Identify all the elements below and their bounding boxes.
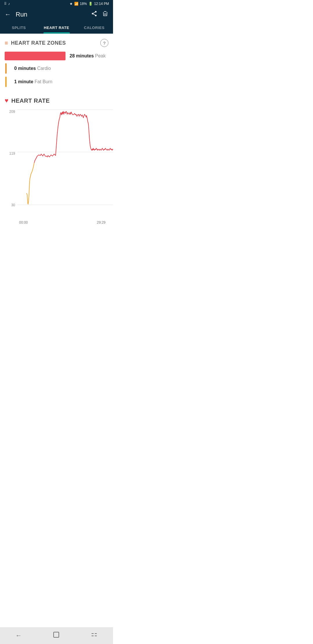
time-display: 12:14 PM	[94, 2, 109, 6]
chart-line-fatburn	[27, 163, 34, 204]
back-button[interactable]: ←	[5, 11, 11, 18]
cardio-label: 0 minutes Cardio	[14, 66, 51, 71]
y-label-top: 209	[5, 110, 15, 114]
status-left-icons: ⠿ ♪	[4, 2, 10, 6]
tab-calories[interactable]: CALORIES	[75, 21, 113, 33]
peak-minutes: 28 minutes	[70, 53, 94, 58]
svg-point-2	[95, 15, 97, 16]
delete-button[interactable]	[102, 10, 108, 19]
status-right-icons: ★ 📶 18% 🔋 12:14 PM	[70, 2, 109, 6]
help-button[interactable]: ?	[100, 39, 108, 47]
heart-rate-zones-section: ≡ HEART RATE ZONES ? 28 minutes Peak 0 m…	[0, 34, 113, 93]
x-label-start: 00:00	[19, 220, 28, 225]
section-title: HEART RATE ZONES	[11, 40, 66, 46]
battery-icon: 🔋	[88, 2, 93, 6]
y-label-mid: 119	[5, 151, 15, 155]
battery-text: 18%	[80, 2, 87, 6]
chart-wrapper: 209 119 30	[5, 109, 108, 219]
bluetooth-icon: ★	[70, 2, 73, 6]
peak-label: 28 minutes Peak	[70, 53, 106, 59]
zone-fatburn-row: 1 minute Fat Burn	[5, 77, 108, 87]
tab-heart-rate[interactable]: HEART RATE	[38, 21, 75, 33]
heart-icon: ♥	[5, 97, 8, 104]
cardio-minutes: 0 minutes	[14, 66, 36, 71]
status-bar: ⠿ ♪ ★ 📶 18% 🔋 12:14 PM	[0, 0, 113, 8]
x-axis-labels: 00:00 29:29	[5, 219, 108, 226]
svg-line-3	[93, 14, 95, 15]
section-title-group: ≡ HEART RATE ZONES	[5, 40, 66, 46]
fatburn-minutes: 1 minute	[14, 79, 33, 84]
section-header: ≡ HEART RATE ZONES ?	[5, 39, 108, 47]
zone-peak-row: 28 minutes Peak	[5, 52, 108, 60]
peak-bar	[5, 52, 65, 60]
cardio-zone-name: Cardio	[37, 66, 51, 71]
y-label-bottom: 30	[5, 203, 15, 207]
cardio-bar	[5, 63, 7, 74]
share-button[interactable]	[91, 10, 97, 19]
music-icon: ♪	[8, 2, 10, 6]
zone-cardio-row: 0 minutes Cardio	[5, 63, 108, 74]
tab-splits[interactable]: SPLITS	[0, 21, 38, 33]
page-title: Run	[16, 11, 86, 18]
y-axis-labels: 209 119 30	[5, 109, 17, 208]
svg-line-4	[93, 12, 95, 13]
fatburn-zone-name: Fat Burn	[34, 79, 52, 84]
heart-rate-chart	[17, 109, 113, 208]
main-content: ≡ HEART RATE ZONES ? 28 minutes Peak 0 m…	[0, 34, 113, 226]
heart-rate-chart-section: ♥ HEART RATE 209 119 30	[0, 93, 113, 226]
svg-point-0	[95, 11, 97, 13]
layers-icon: ≡	[5, 40, 8, 46]
tab-bar: SPLITS HEART RATE CALORIES	[0, 21, 113, 34]
grid-icon: ⠿	[4, 2, 7, 6]
hr-title: HEART RATE	[11, 97, 50, 104]
fatburn-label: 1 minute Fat Burn	[14, 79, 52, 84]
fatburn-bar	[5, 77, 7, 87]
chart-line-peak	[34, 111, 113, 163]
svg-point-1	[92, 13, 94, 15]
x-label-end: 29:29	[97, 220, 105, 225]
peak-zone-name: Peak	[95, 53, 105, 58]
header: ← Run	[0, 8, 113, 21]
hr-header: ♥ HEART RATE	[5, 97, 108, 104]
wifi-icon: 📶	[74, 2, 79, 6]
